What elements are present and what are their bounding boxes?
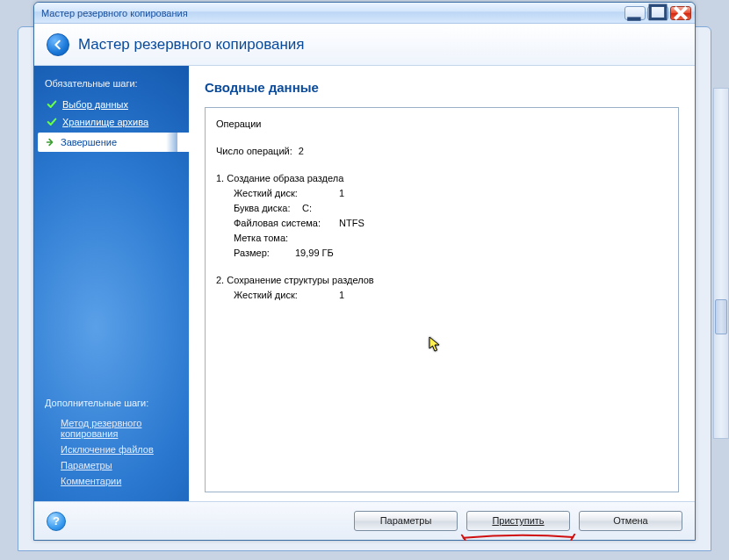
sidebar-item-label: Выбор данных — [62, 99, 128, 110]
op2-title: 2. Сохранение структуры разделов — [216, 273, 668, 288]
summary-operations-label: Операции — [216, 117, 668, 132]
sidebar-item-label: Хранилище архива — [62, 117, 148, 127]
sidebar-optional: Дополнительные шаги: Метод резервного ко… — [45, 398, 178, 489]
back-button[interactable] — [47, 33, 69, 56]
op1-hdd: Жесткий диск: 1 — [234, 186, 668, 201]
body: Обязательные шаги: Выбор данных Хранилищ… — [34, 66, 695, 501]
arrow-right-icon — [45, 137, 55, 147]
sidebar-step-data[interactable]: Выбор данных — [45, 96, 178, 113]
sidebar-opt-method[interactable]: Метод резервного копирования — [45, 415, 178, 442]
options-button[interactable]: Параметры — [354, 511, 458, 531]
sidebar-mandatory-title: Обязательные шаги: — [45, 78, 178, 89]
sidebar-item-label: Исключение файлов — [61, 444, 154, 455]
sidebar-item-label: Метод резервного копирования — [61, 418, 177, 439]
summary-title: Сводные данные — [205, 80, 679, 95]
header: Мастер резервного копирования — [34, 24, 695, 66]
sidebar-opt-exclude[interactable]: Исключение файлов — [45, 442, 178, 457]
cancel-button[interactable]: Отмена — [579, 511, 682, 531]
sidebar-step-finish[interactable]: Завершение — [38, 133, 189, 152]
sidebar-opt-params[interactable]: Параметры — [45, 457, 178, 473]
sidebar-item-label: Завершение — [61, 137, 117, 147]
sidebar-opt-comments[interactable]: Комментарии — [45, 473, 178, 489]
close-button[interactable] — [670, 6, 691, 20]
main-panel: Сводные данные Операции Число операций: … — [189, 66, 695, 501]
sidebar-item-label: Комментарии — [61, 476, 121, 486]
window-title: Мастер резервного копирования — [41, 8, 624, 18]
highlight-mark-icon — [460, 528, 576, 535]
sidebar-item-label: Параметры — [61, 460, 112, 470]
op1-fs: Файловая система: NTFS — [234, 216, 668, 231]
op1-drive: Буква диска: C: — [234, 201, 668, 216]
scrollbar-thumb — [715, 299, 727, 334]
check-icon — [47, 99, 57, 110]
help-icon[interactable]: ? — [47, 512, 66, 531]
summary-count-row: Число операций: 2 — [216, 144, 668, 159]
summary-box: Операции Число операций: 2 1. Создание о… — [205, 107, 679, 492]
footer: ? Параметры Приступить Отмена — [34, 501, 695, 540]
sidebar-optional-title: Дополнительные шаги: — [45, 398, 178, 408]
proceed-button[interactable]: Приступить — [466, 511, 570, 531]
sidebar: Обязательные шаги: Выбор данных Хранилищ… — [34, 66, 189, 501]
svg-rect-1 — [650, 5, 666, 18]
background-scrollbar — [713, 88, 729, 439]
minimize-button[interactable] — [624, 6, 646, 20]
page-title: Мастер резервного копирования — [78, 36, 305, 54]
wizard-window: Мастер резервного копирования Мастер рез… — [33, 2, 696, 541]
maximize-button[interactable] — [647, 6, 668, 20]
op2-hdd: Жесткий диск: 1 — [234, 288, 668, 303]
titlebar: Мастер резервного копирования — [34, 3, 695, 24]
window-controls — [624, 6, 691, 20]
svg-rect-0 — [627, 17, 640, 20]
proceed-label: Приступить — [492, 515, 544, 526]
check-icon — [47, 117, 57, 127]
sidebar-step-storage[interactable]: Хранилище архива — [45, 113, 178, 131]
op1-title: 1. Создание образа раздела — [216, 171, 668, 186]
op1-vol: Метка тома: — [234, 231, 668, 246]
op1-size: Размер: 19,99 ГБ — [234, 246, 668, 261]
